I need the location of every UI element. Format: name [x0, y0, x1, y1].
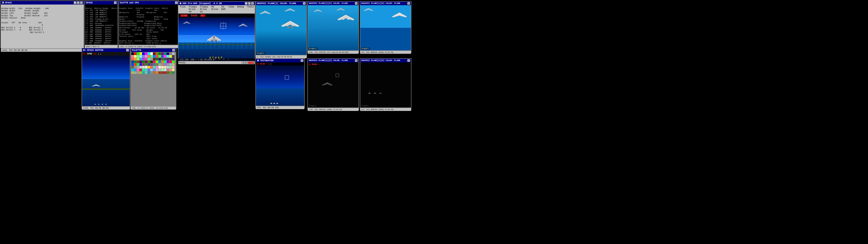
graphic4-close-btn[interactable]: ×	[355, 59, 358, 62]
palette-color-cell[interactable]	[153, 53, 156, 55]
palette-color-cell[interactable]	[166, 71, 169, 74]
palette-color-cell[interactable]	[172, 61, 175, 63]
palette-color-cell[interactable]	[148, 53, 150, 55]
palette-color-cell[interactable]	[142, 58, 145, 60]
palette-color-cell[interactable]	[156, 71, 158, 74]
palette-color-cell[interactable]	[156, 69, 158, 71]
palette-color-cell[interactable]	[134, 63, 136, 66]
palette-color-cell[interactable]	[166, 69, 169, 71]
palette-color-cell[interactable]	[172, 66, 175, 68]
graphic2-titlebar[interactable]: GRAPHIC PLANE[2][0] COLOR: PLANE ×	[308, 2, 359, 5]
palette-color-cell[interactable]	[164, 53, 166, 55]
palette-color-cell[interactable]	[134, 58, 136, 60]
registers-close-btn[interactable]: ×	[80, 1, 83, 4]
palette-color-cell[interactable]	[145, 71, 147, 74]
menu-modrive[interactable]: MO Drive	[210, 5, 219, 13]
palette-color-cell[interactable]	[131, 63, 134, 66]
graphic5-close-btn[interactable]: ×	[407, 59, 410, 62]
palette-color-cell[interactable]	[156, 66, 158, 68]
palette-color-cell[interactable]	[166, 61, 169, 63]
menu-tools[interactable]: Tools	[246, 5, 255, 13]
palette-color-cell[interactable]	[131, 69, 134, 71]
palette-color-cell[interactable]	[150, 69, 153, 71]
testbuffer-titlebar[interactable]: 🖥 TESTBUFFER ×	[256, 59, 304, 62]
palette-color-cell[interactable]	[161, 71, 164, 74]
small-game1-close-btn[interactable]: ×	[126, 49, 129, 52]
palette-color-cell[interactable]	[164, 58, 166, 60]
graphic2-close-btn[interactable]: ×	[355, 2, 358, 5]
palette-color-cell[interactable]	[145, 66, 147, 68]
palette-color-cell[interactable]	[172, 53, 175, 55]
palette-color-cell[interactable]	[153, 61, 156, 63]
palette-color-cell[interactable]	[137, 58, 139, 60]
palette-color-cell[interactable]	[172, 58, 175, 60]
palette-color-cell[interactable]	[164, 66, 166, 68]
palette-color-cell[interactable]	[137, 63, 139, 66]
palette-color-cell[interactable]	[153, 69, 156, 71]
palette-color-cell[interactable]	[156, 55, 158, 58]
palette-color-cell[interactable]	[142, 55, 145, 58]
palette-color-cell[interactable]	[166, 55, 169, 58]
palette-color-cell[interactable]	[158, 63, 161, 66]
debugger-controls[interactable]: ×	[114, 1, 117, 4]
graphic3-titlebar[interactable]: GRAPHIC PLANE[2][0] COLOR: PLANE ×	[360, 2, 411, 5]
palette-color-cell[interactable]	[148, 55, 150, 58]
main-game-minimize-btn[interactable]: _	[245, 2, 248, 5]
palette-color-cell[interactable]	[169, 55, 172, 58]
palette-color-cell[interactable]	[158, 69, 161, 71]
main-game-titlebar[interactable]: 🖥 XM6 Pro-68k [Stopped] -9.9 dB _ □ ×	[178, 2, 255, 5]
palette-color-cell[interactable]	[145, 53, 147, 55]
palette-color-cell[interactable]	[137, 69, 139, 71]
palette-color-cell[interactable]	[134, 66, 136, 68]
palette-close-btn[interactable]: ×	[172, 49, 175, 52]
palette-color-cell[interactable]	[134, 71, 136, 74]
palette-color-cell[interactable]	[153, 58, 156, 60]
palette-controls[interactable]: ×	[172, 49, 175, 52]
menu-floppydrive1[interactable]: Floppy Drive #1	[199, 5, 210, 13]
registers-minimize-btn[interactable]: _	[74, 1, 76, 4]
palette-color-cell[interactable]	[156, 63, 158, 66]
palette-color-cell[interactable]	[153, 71, 156, 74]
palette-color-cell[interactable]	[150, 71, 153, 74]
main-game-controls[interactable]: _ □ ×	[245, 2, 254, 5]
palette-color-cell[interactable]	[140, 55, 142, 58]
palette-color-cell[interactable]	[142, 69, 145, 71]
testbuffer-close-btn[interactable]: ×	[301, 59, 303, 62]
palette-color-cell[interactable]	[140, 66, 142, 68]
palette-color-cell[interactable]	[134, 55, 136, 58]
menu-view[interactable]: View	[227, 5, 235, 13]
palette-color-cell[interactable]	[142, 61, 145, 63]
palette-color-cell[interactable]	[140, 61, 142, 63]
palette-color-cell[interactable]	[156, 53, 158, 55]
palette-color-cell[interactable]	[161, 69, 164, 71]
palette-color-cell[interactable]	[153, 66, 156, 68]
palette-color-cell[interactable]	[145, 69, 147, 71]
palette-color-cell[interactable]	[158, 53, 161, 55]
scattr-close-btn[interactable]: ×	[175, 1, 178, 4]
palette-color-cell[interactable]	[150, 55, 153, 58]
menu-debug[interactable]: Debug	[236, 5, 245, 13]
palette-color-cell[interactable]	[161, 58, 164, 60]
palette-color-cell[interactable]	[134, 61, 136, 63]
palette-color-cell[interactable]	[142, 66, 145, 68]
palette-color-cell[interactable]	[161, 61, 164, 63]
palette-color-cell[interactable]	[169, 61, 172, 63]
palette-color-cell[interactable]	[137, 55, 139, 58]
palette-color-cell[interactable]	[140, 53, 142, 55]
menu-cdrom[interactable]: CD-ROM	[220, 5, 227, 13]
palette-color-cell[interactable]	[150, 61, 153, 63]
palette-color-cell[interactable]	[161, 53, 164, 55]
palette-color-cell[interactable]	[148, 61, 150, 63]
palette-color-cell[interactable]	[169, 63, 172, 66]
palette-color-cell[interactable]	[164, 71, 166, 74]
palette-color-cell[interactable]	[156, 58, 158, 60]
palette-color-cell[interactable]	[161, 55, 164, 58]
palette-color-cell[interactable]	[164, 63, 166, 66]
palette-color-cell[interactable]	[142, 63, 145, 66]
graphic4-titlebar[interactable]: GRAPHIC PLANE[2][0] COLOR: PLANE ×	[308, 59, 359, 62]
palette-color-cell[interactable]	[166, 58, 169, 60]
palette-color-cell[interactable]	[161, 66, 164, 68]
main-game-menubar[interactable]: File Floppy Drive #0 Floppy Drive #1 MO …	[178, 5, 255, 13]
palette-color-cell[interactable]	[150, 53, 153, 55]
graphic1-controls[interactable]: ×	[303, 2, 306, 5]
